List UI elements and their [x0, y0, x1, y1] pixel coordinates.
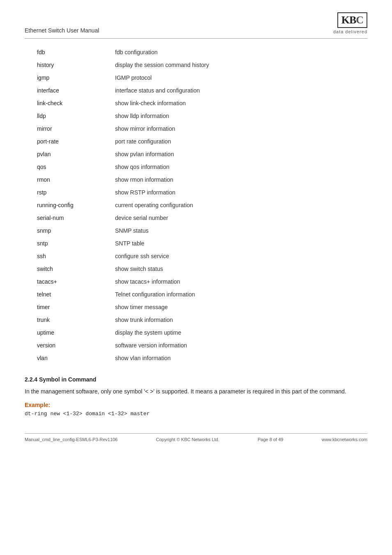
table-row: pvlanshow pvlan information: [25, 148, 367, 161]
cmd-desc: SNTP table: [115, 237, 367, 250]
logo-area: KBC data delivered: [333, 12, 367, 34]
table-row: snmpSNMP status: [25, 224, 367, 237]
cmd-name: tacacs+: [25, 275, 115, 288]
cmd-desc: show pvlan information: [115, 148, 367, 161]
table-row: timershow timer message: [25, 301, 367, 314]
table-row: telnetTelnet configuration information: [25, 288, 367, 301]
cmd-name: serial-num: [25, 212, 115, 224]
cmd-desc: SNMP status: [115, 224, 367, 237]
footer-manual: Manual_cmd_line_config-ESML6-P3-Rev1106: [25, 437, 118, 442]
cmd-desc: show link-check information: [115, 97, 367, 110]
cmd-desc: show qos information: [115, 161, 367, 173]
cmd-name: ssh: [25, 250, 115, 263]
cmd-desc: show timer message: [115, 301, 367, 314]
cmd-desc: software version information: [115, 339, 367, 352]
cmd-desc: IGMP protocol: [115, 72, 367, 84]
table-row: tacacs+show tacacs+ information: [25, 275, 367, 288]
page: Ethernet Switch User Manual KBC data del…: [0, 0, 392, 555]
cmd-name: link-check: [25, 97, 115, 110]
footer-page: Page 8 of 49: [258, 437, 283, 442]
logo-k: K: [341, 14, 349, 26]
cmd-desc: show trunk information: [115, 314, 367, 326]
cmd-desc: show vlan information: [115, 352, 367, 365]
table-row: serial-numdevice serial number: [25, 212, 367, 224]
footer-website: www.kbcnetworks.com: [322, 437, 367, 442]
cmd-name: trunk: [25, 314, 115, 326]
cmd-desc: Telnet configuration information: [115, 288, 367, 301]
cmd-desc: show switch status: [115, 263, 367, 275]
cmd-name: pvlan: [25, 148, 115, 161]
cmd-name: mirror: [25, 123, 115, 135]
table-row: vlanshow vlan information: [25, 352, 367, 365]
cmd-name: history: [25, 59, 115, 72]
table-row: mirrorshow mirror information: [25, 123, 367, 135]
table-row: versionsoftware version information: [25, 339, 367, 352]
logo-box: KBC: [337, 12, 367, 28]
cmd-name: timer: [25, 301, 115, 314]
table-row: rmonshow rmon information: [25, 173, 367, 186]
cmd-name: running-config: [25, 199, 115, 212]
table-row: fdbfdb configuration: [25, 46, 367, 59]
cmd-desc: show rmon information: [115, 173, 367, 186]
table-row: uptimedisplay the system uptime: [25, 326, 367, 339]
cmd-name: version: [25, 339, 115, 352]
table-row: port-rateport rate configuration: [25, 135, 367, 148]
cmd-name: telnet: [25, 288, 115, 301]
cmd-name: rmon: [25, 173, 115, 186]
cmd-name: uptime: [25, 326, 115, 339]
section-body: In the management software, only one sym…: [25, 387, 367, 396]
example-label: Example:: [25, 402, 367, 408]
section-heading: 2.2.4 Symbol in Command: [25, 376, 367, 383]
logo-tagline: data delivered: [333, 29, 367, 34]
cmd-desc: configure ssh service: [115, 250, 367, 263]
table-row: sntpSNTP table: [25, 237, 367, 250]
cmd-name: sntp: [25, 237, 115, 250]
cmd-desc: current operating configuration: [115, 199, 367, 212]
cmd-desc: port rate configuration: [115, 135, 367, 148]
page-header: Ethernet Switch User Manual KBC data del…: [25, 12, 367, 39]
table-row: switchshow switch status: [25, 263, 367, 275]
table-row: running-configcurrent operating configur…: [25, 199, 367, 212]
section-number: 2.2.4: [25, 376, 37, 383]
cmd-name: igmp: [25, 72, 115, 84]
table-row: igmpIGMP protocol: [25, 72, 367, 84]
page-footer: Manual_cmd_line_config-ESML6-P3-Rev1106 …: [25, 433, 367, 442]
cmd-name: qos: [25, 161, 115, 173]
table-row: interfaceinterface status and configurat…: [25, 84, 367, 97]
cmd-desc: display the session command history: [115, 59, 367, 72]
cmd-desc: device serial number: [115, 212, 367, 224]
cmd-name: vlan: [25, 352, 115, 365]
commands-table: fdbfdb configurationhistorydisplay the s…: [25, 46, 367, 365]
cmd-desc: show mirror information: [115, 123, 367, 135]
cmd-name: snmp: [25, 224, 115, 237]
table-row: sshconfigure ssh service: [25, 250, 367, 263]
section-title: Symbol in Command: [39, 376, 96, 383]
table-row: trunkshow trunk information: [25, 314, 367, 326]
table-row: link-checkshow link-check information: [25, 97, 367, 110]
cmd-name: fdb: [25, 46, 115, 59]
table-row: rstpshow RSTP information: [25, 186, 367, 199]
example-code: dt-ring new <1-32> domain <1-32> master: [25, 411, 367, 417]
cmd-desc: interface status and configuration: [115, 84, 367, 97]
cmd-desc: fdb configuration: [115, 46, 367, 59]
table-row: qosshow qos information: [25, 161, 367, 173]
cmd-name: rstp: [25, 186, 115, 199]
table-row: lldpshow lldp information: [25, 110, 367, 123]
table-row: historydisplay the session command histo…: [25, 59, 367, 72]
cmd-name: lldp: [25, 110, 115, 123]
footer-copyright: Copyright © KBC Networks Ltd.: [156, 437, 219, 442]
cmd-desc: show lldp information: [115, 110, 367, 123]
logo-c: C: [356, 14, 363, 26]
cmd-desc: display the system uptime: [115, 326, 367, 339]
cmd-desc: show tacacs+ information: [115, 275, 367, 288]
cmd-name: switch: [25, 263, 115, 275]
cmd-name: port-rate: [25, 135, 115, 148]
cmd-name: interface: [25, 84, 115, 97]
logo-b: B: [349, 14, 356, 26]
manual-title: Ethernet Switch User Manual: [25, 12, 99, 34]
cmd-desc: show RSTP information: [115, 186, 367, 199]
